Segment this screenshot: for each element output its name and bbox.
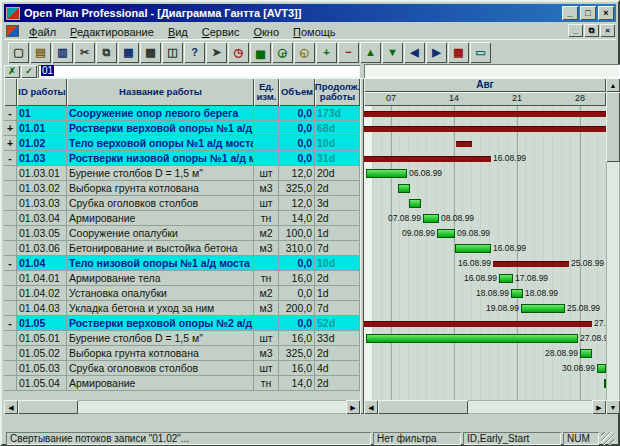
resize-grip[interactable]: [601, 432, 614, 445]
task-bar[interactable]: [423, 214, 439, 223]
task-bar[interactable]: [521, 304, 565, 313]
screen-button[interactable]: ▭: [470, 42, 491, 63]
summary-bar[interactable]: [364, 126, 606, 132]
menu-item-file[interactable]: Файл: [22, 25, 63, 39]
header-volume[interactable]: Объем: [279, 78, 315, 106]
gantt-hscrollbar[interactable]: ◀ ▶: [364, 400, 606, 414]
progress-clock-button[interactable]: ◶: [272, 42, 293, 63]
table-row[interactable]: +01.01Ростверки верховой опоры №1 а/д0,0…: [4, 121, 360, 136]
table-row[interactable]: -01.03Ростверки низовой опоры №1 а/д м0,…: [4, 151, 360, 166]
outline-up-button[interactable]: ▲: [360, 42, 381, 63]
mdi-child-icon[interactable]: [6, 25, 19, 37]
open-button[interactable]: ▤: [30, 42, 51, 63]
summary-bar[interactable]: [493, 261, 569, 267]
menu-item-window[interactable]: Окно: [246, 25, 286, 39]
task-bar[interactable]: [366, 169, 407, 178]
task-bar[interactable]: [398, 184, 410, 193]
vertical-scrollbar[interactable]: ▲ ▼: [606, 78, 620, 414]
mdi-close-button[interactable]: ×: [600, 24, 615, 37]
table-row[interactable]: -01Сооружение опор левого берега0,0173d: [4, 106, 360, 121]
summary-bar[interactable]: [364, 156, 491, 162]
table-row[interactable]: 01.05.03Срубка оголовков столбовшт16,04d: [4, 361, 360, 376]
table-row[interactable]: 01.03.01Бурение столбов D = 1,5 м"шт12,0…: [4, 166, 360, 181]
scroll-right-icon[interactable]: ▶: [592, 400, 606, 414]
scroll-right-icon[interactable]: ▶: [346, 400, 360, 414]
delete-activity-button[interactable]: −: [338, 42, 359, 63]
table-row[interactable]: -01.05Ростверки верховой опоры №2 а/д0,0…: [4, 316, 360, 331]
outline-down-button[interactable]: ▼: [382, 42, 403, 63]
print-preview-button[interactable]: ◫: [162, 42, 183, 63]
task-bar[interactable]: [455, 244, 491, 253]
task-bar[interactable]: [597, 364, 606, 373]
expand-toggle[interactable]: -: [4, 316, 17, 331]
task-bar[interactable]: [580, 349, 592, 358]
table-row[interactable]: 01.04.02Установка опалубким20,01d: [4, 286, 360, 301]
menu-item-view[interactable]: Вид: [161, 25, 195, 39]
new-button[interactable]: ▢: [8, 42, 29, 63]
vscroll-thumb[interactable]: [606, 92, 620, 162]
expand-toggle[interactable]: -: [4, 256, 17, 271]
table-row[interactable]: 01.05.02Выборка грунта котлованам3325,02…: [4, 346, 360, 361]
table-hscrollbar[interactable]: ◀ ▶: [4, 400, 360, 414]
expand-toggle[interactable]: -: [4, 151, 17, 166]
expand-toggle: [4, 271, 17, 286]
table-row[interactable]: 01.05.04Армированиетн14,02d: [4, 376, 360, 391]
context-help-button[interactable]: ➤: [206, 42, 227, 63]
histogram-button[interactable]: ▅: [250, 42, 271, 63]
save-button[interactable]: ▥: [52, 42, 73, 63]
view-layout-button[interactable]: ▦: [448, 42, 469, 63]
help-button[interactable]: ?: [184, 42, 205, 63]
summary-bar[interactable]: [364, 111, 606, 117]
cancel-edit-button[interactable]: ✗: [4, 65, 20, 78]
task-bar[interactable]: [409, 199, 421, 208]
mdi-restore-button[interactable]: ⧉: [584, 24, 599, 37]
scroll-left-icon[interactable]: ◀: [364, 400, 378, 414]
summary-bar[interactable]: [364, 321, 592, 327]
table-row[interactable]: +01.02Тело верховой опоры №1 а/д моста0,…: [4, 136, 360, 151]
expand-toggle[interactable]: +: [4, 136, 17, 151]
expand-toggle[interactable]: +: [4, 121, 17, 136]
cell-edit-input[interactable]: 01: [38, 65, 360, 78]
print-button[interactable]: ▩: [140, 42, 161, 63]
table-row[interactable]: 01.03.06Бетонирование и выстойка бетонам…: [4, 241, 360, 256]
menu-item-tools[interactable]: Сервис: [195, 25, 247, 39]
indent-button[interactable]: ▶: [426, 42, 447, 63]
table-row[interactable]: 01.05.01Бурение столбов D = 1,5 м"шт16,0…: [4, 331, 360, 346]
header-unit[interactable]: Ед. изм.: [254, 78, 279, 106]
header-duration[interactable]: Продолж. работы: [315, 78, 360, 106]
maximize-button[interactable]: □: [580, 6, 596, 20]
table-row[interactable]: 01.04.03Укладка бетона и уход за нимм320…: [4, 301, 360, 316]
baseline-clock-button[interactable]: ◵: [294, 42, 315, 63]
hscroll-thumb[interactable]: [378, 400, 468, 414]
add-activity-button[interactable]: +: [316, 42, 337, 63]
task-bar[interactable]: [511, 289, 523, 298]
minimize-button[interactable]: _: [562, 6, 578, 20]
header-id[interactable]: ID работы: [17, 78, 67, 106]
table-row[interactable]: 01.03.04Армированиетн14,02d: [4, 211, 360, 226]
table-row[interactable]: 01.03.05Сооружение опалубким2100,01d: [4, 226, 360, 241]
menu-item-help[interactable]: Помощь: [286, 25, 343, 39]
time-now-button[interactable]: ◷: [228, 42, 249, 63]
task-bar[interactable]: [437, 229, 455, 238]
table-row[interactable]: 01.04.01Армирование телатн16,02d: [4, 271, 360, 286]
scroll-left-icon[interactable]: ◀: [4, 400, 18, 414]
task-bar[interactable]: [499, 274, 513, 283]
task-bar[interactable]: [366, 334, 578, 343]
outdent-button[interactable]: ◀: [404, 42, 425, 63]
summary-bar[interactable]: [456, 141, 472, 147]
table-row[interactable]: 01.03.03Срубка оголовков столбовшт12,03d: [4, 196, 360, 211]
table-row[interactable]: 01.03.02Выборка грунта котлованам3325,02…: [4, 181, 360, 196]
paste-button[interactable]: ▦: [118, 42, 139, 63]
mdi-minimize-button[interactable]: _: [568, 24, 583, 37]
close-button[interactable]: ×: [598, 6, 614, 20]
hscroll-thumb[interactable]: [18, 400, 78, 414]
table-row[interactable]: -01.04Тело низовой опоры №1 а/д моста0,0…: [4, 256, 360, 271]
accept-edit-button[interactable]: ✓: [21, 65, 37, 78]
cut-button[interactable]: ✂: [74, 42, 95, 63]
expand-toggle[interactable]: -: [4, 106, 17, 121]
header-name[interactable]: Название работы: [67, 78, 254, 106]
copy-button[interactable]: ⧉: [96, 42, 117, 63]
scroll-down-icon[interactable]: ▼: [606, 400, 620, 414]
scroll-up-icon[interactable]: ▲: [606, 78, 620, 92]
menu-item-edit[interactable]: Редактирование: [63, 25, 161, 39]
